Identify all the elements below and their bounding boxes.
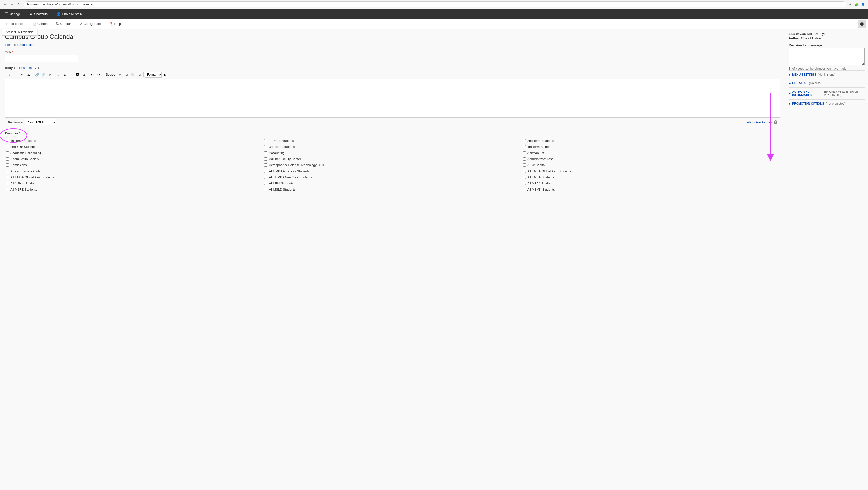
undo-button[interactable]: ↩ xyxy=(89,72,95,78)
image-button[interactable]: 🖼 xyxy=(74,72,80,78)
breadcrumb-current[interactable]: Add content xyxy=(19,43,36,47)
user-profile-icon[interactable]: 👤 xyxy=(861,2,866,7)
unlink-button[interactable]: 🔗 xyxy=(40,72,46,78)
groups-label: Groups * xyxy=(5,131,780,135)
revision-label: Revision log message xyxy=(789,43,865,47)
link-button[interactable]: 🔗 xyxy=(34,72,40,78)
checkbox-all-j-term[interactable]: All J-Term Students xyxy=(5,180,263,186)
checkbox-adjunct-faculty-center[interactable]: Adjunct Faculty Center xyxy=(263,156,522,162)
about-text-formats-container: About text formats ? xyxy=(747,120,778,124)
last-saved-row: Last saved: Not saved yet xyxy=(789,32,865,36)
checkbox-all-emba-new-york[interactable]: ALL EMBA New York Students xyxy=(263,174,522,180)
user-menu-item[interactable]: 👤 Chaia Milstein xyxy=(54,9,84,19)
shortcuts-icon: ★ xyxy=(30,12,33,16)
cut-button[interactable]: ✂ xyxy=(117,72,123,78)
nav-toggle-button[interactable]: ⬤ xyxy=(858,20,866,28)
manage-menu-item[interactable]: ☰ Manage xyxy=(2,9,23,19)
extensions-icon[interactable]: 🧩 xyxy=(854,2,859,7)
title-input[interactable] xyxy=(5,55,78,62)
back-button[interactable]: ← xyxy=(2,1,8,7)
blockquote-button[interactable]: " xyxy=(68,72,74,78)
help-icon: ❓ xyxy=(109,22,113,26)
revision-textarea[interactable] xyxy=(789,48,865,65)
checkbox-all-msfe[interactable]: All MSFE Students xyxy=(5,186,263,192)
ordered-list-button[interactable]: 1. xyxy=(62,72,68,78)
checkbox-admissions[interactable]: Admissions xyxy=(5,162,263,168)
table-button[interactable]: ⊞ xyxy=(81,72,87,78)
format-e-button[interactable]: E xyxy=(162,72,168,78)
superscript-button[interactable]: x² xyxy=(19,72,25,78)
editor-toolbar: B I x² x₂ 🔗 🔗 ↵ ≡ 1. " 🖼 ⊞ ↩ ↪ Source ✂ xyxy=(5,70,780,79)
forward-button[interactable]: → xyxy=(9,1,15,7)
bold-button[interactable]: B xyxy=(7,72,12,78)
format-select[interactable]: Format xyxy=(145,72,162,78)
checkbox-3rd-term-students[interactable]: 3rd Term Students xyxy=(263,144,522,150)
checkbox-all-msmk[interactable]: All MSMK Students xyxy=(522,186,780,192)
url-alias-note: (No alias) xyxy=(809,82,822,85)
text-format-left: Text format Basic HTML Full HTML Restric… xyxy=(7,119,56,125)
italic-button[interactable]: I xyxy=(13,72,19,78)
manage-icon: ☰ xyxy=(4,12,8,17)
subscript-button[interactable]: x₂ xyxy=(26,72,31,78)
manage-label: Manage xyxy=(9,12,21,16)
checkbox-all-emba-global-asia[interactable]: All EMBA Global Asia Students xyxy=(5,174,263,180)
redo-button[interactable]: ↪ xyxy=(96,72,101,78)
checkbox-africa-business-club[interactable]: Africa Business Club xyxy=(5,168,263,174)
configuration-icon: ⚙ xyxy=(79,22,82,26)
reload-button[interactable]: ↻ xyxy=(16,1,22,7)
checkbox-all-msld[interactable]: All MSLD Students xyxy=(263,186,522,192)
checkbox-adam-smith-society[interactable]: Adam Smith Society xyxy=(5,156,263,162)
author-row: Author: Chaia Milstein xyxy=(789,36,865,40)
title-label: Title * xyxy=(5,51,780,54)
unordered-list-button[interactable]: ≡ xyxy=(55,72,61,78)
checkbox-all-emba-americas[interactable]: All EMBA Americas Students xyxy=(263,168,522,174)
admin-toolbar: ☰ Manage ★ Shortcuts 👤 Chaia Milstein xyxy=(0,9,868,19)
checkbox-all-emba-students[interactable]: All EMBA Students xyxy=(522,174,780,180)
source-button[interactable]: Source xyxy=(104,72,117,78)
checkbox-ackman-ziff[interactable]: Ackman Ziff xyxy=(522,150,780,156)
promotion-toggle[interactable]: ▶ PROMOTION OPTIONS (Not promoted) xyxy=(789,102,865,105)
checkbox-1st-term-students[interactable]: 1st Term Students xyxy=(5,137,263,144)
authoring-toggle[interactable]: ▶ AUTHORING INFORMATION (By Chaia Milste… xyxy=(789,90,865,97)
help-nav[interactable]: ❓ Help xyxy=(106,19,124,29)
checkbox-2nd-year-students[interactable]: 2nd Year Students xyxy=(5,144,263,150)
checkbox-academic-scheduling[interactable]: Academic Scheduling xyxy=(5,150,263,156)
editor-area[interactable] xyxy=(5,79,780,118)
configuration-nav[interactable]: ⚙ Configuration xyxy=(76,19,105,29)
structure-nav[interactable]: 🏗 Structure xyxy=(53,19,75,29)
checkbox-accounting[interactable]: Accounting xyxy=(263,150,522,156)
paste-word-button[interactable]: ⊟ xyxy=(136,72,142,78)
checkbox-all-mba[interactable]: All MBA Students xyxy=(263,180,522,186)
address-bar[interactable]: business.columbia.edu/node/add/gsb_cg_ca… xyxy=(24,1,846,7)
help-circle-icon[interactable]: ? xyxy=(774,120,777,124)
shortcuts-menu-item[interactable]: ★ Shortcuts xyxy=(28,9,50,19)
remove-blockquote-button[interactable]: ↵ xyxy=(47,72,53,78)
promotion-label: PROMOTION OPTIONS xyxy=(792,102,824,105)
add-content-nav[interactable]: + Add content xyxy=(2,19,28,29)
checkbox-4th-term-students[interactable]: 4th Term Students xyxy=(522,144,780,150)
menu-settings-label: MENU SETTINGS xyxy=(792,73,816,76)
checkbox-2nd-term-students[interactable]: 2nd Term Students xyxy=(522,137,780,144)
body-section: Body ( Edit summary ) B I x² x₂ 🔗 🔗 ↵ ≡ … xyxy=(5,66,780,127)
url-alias-toggle[interactable]: ▶ URL ALIAS (No alias) xyxy=(789,82,865,85)
main-content: Campus Group Calendar Home » » Add conte… xyxy=(0,29,785,490)
toolbar-sep-1 xyxy=(33,72,33,77)
content-nav[interactable]: 📄 Content xyxy=(29,19,52,29)
breadcrumb-home[interactable]: Home xyxy=(5,43,13,47)
bookmark-icon[interactable]: ★ xyxy=(848,2,853,7)
groups-section: Groups * 1st Term Students 1st Year Stud… xyxy=(5,131,780,192)
checkbox-all-msaa[interactable]: All MSAA Students xyxy=(522,180,780,186)
checkbox-all-emba-global-ae[interactable]: All EMBA Global A&E Students xyxy=(522,168,780,174)
last-saved-label: Last saved: xyxy=(789,32,807,36)
text-format-select[interactable]: Basic HTML Full HTML Restricted HTML xyxy=(25,119,56,125)
copy-button[interactable]: ⧉ xyxy=(124,72,129,78)
checkbox-administrator-test[interactable]: Administrator Test xyxy=(522,156,780,162)
about-text-formats-link[interactable]: About text formats xyxy=(747,121,773,124)
groups-required: * xyxy=(19,131,20,135)
edit-summary-link[interactable]: Edit summary xyxy=(17,66,36,69)
menu-settings-toggle[interactable]: ▶ MENU SETTINGS (Not in menu) xyxy=(789,73,865,76)
checkbox-aew-capital[interactable]: AEW Capital xyxy=(522,162,780,168)
paste-text-button[interactable]: ⬜ xyxy=(130,72,136,78)
checkbox-1st-year-students[interactable]: 1st Year Students xyxy=(263,137,522,144)
checkbox-aerospace-defense[interactable]: Aerospace & Defense Technology Club xyxy=(263,162,522,168)
